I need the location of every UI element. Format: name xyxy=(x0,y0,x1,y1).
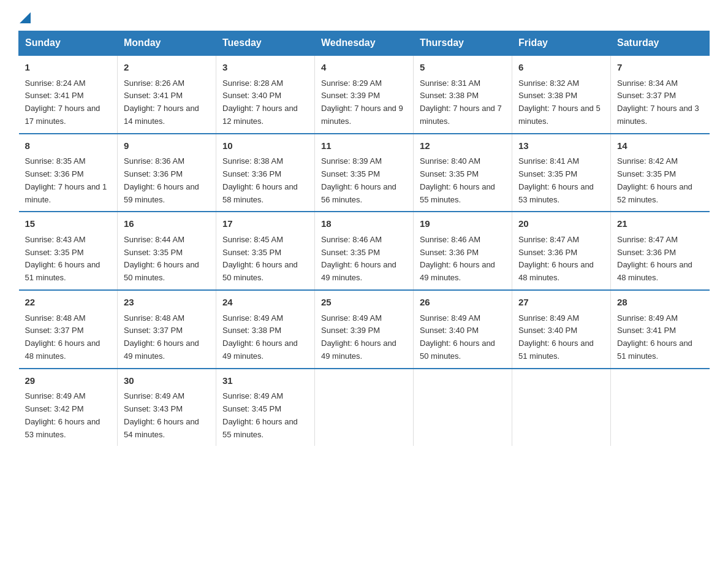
calendar-cell: 24 Sunrise: 8:49 AMSunset: 3:38 PMDaylig… xyxy=(216,290,315,369)
calendar-cell xyxy=(315,369,414,446)
calendar-cell: 12 Sunrise: 8:40 AMSunset: 3:35 PMDaylig… xyxy=(414,134,512,212)
day-info: Sunrise: 8:41 AMSunset: 3:35 PMDaylight:… xyxy=(518,156,594,204)
day-info: Sunrise: 8:48 AMSunset: 3:37 PMDaylight:… xyxy=(124,313,199,361)
day-number: 11 xyxy=(321,139,407,153)
weekday-header-friday: Friday xyxy=(512,31,611,56)
calendar-cell: 22 Sunrise: 8:48 AMSunset: 3:37 PMDaylig… xyxy=(19,290,118,369)
calendar-cell: 13 Sunrise: 8:41 AMSunset: 3:35 PMDaylig… xyxy=(512,134,611,212)
day-number: 28 xyxy=(617,296,703,310)
calendar-cell: 15 Sunrise: 8:43 AMSunset: 3:35 PMDaylig… xyxy=(19,212,118,290)
day-number: 2 xyxy=(124,61,210,75)
day-info: Sunrise: 8:32 AMSunset: 3:38 PMDaylight:… xyxy=(518,79,601,126)
day-number: 1 xyxy=(25,61,112,75)
calendar-cell: 10 Sunrise: 8:38 AMSunset: 3:36 PMDaylig… xyxy=(216,134,315,212)
calendar-cell: 30 Sunrise: 8:49 AMSunset: 3:43 PMDaylig… xyxy=(118,369,216,446)
calendar-cell xyxy=(611,369,710,446)
day-info: Sunrise: 8:49 AMSunset: 3:43 PMDaylight:… xyxy=(124,391,199,439)
day-info: Sunrise: 8:36 AMSunset: 3:36 PMDaylight:… xyxy=(124,156,199,204)
weekday-header-wednesday: Wednesday xyxy=(315,31,414,56)
day-number: 22 xyxy=(25,296,112,310)
day-info: Sunrise: 8:39 AMSunset: 3:35 PMDaylight:… xyxy=(321,156,396,204)
calendar-cell: 21 Sunrise: 8:47 AMSunset: 3:36 PMDaylig… xyxy=(611,212,710,290)
day-info: Sunrise: 8:35 AMSunset: 3:36 PMDaylight:… xyxy=(25,156,107,204)
day-info: Sunrise: 8:45 AMSunset: 3:35 PMDaylight:… xyxy=(222,235,298,282)
page-header xyxy=(18,12,710,21)
calendar-cell xyxy=(414,369,512,446)
calendar-cell: 2 Sunrise: 8:26 AMSunset: 3:41 PMDayligh… xyxy=(118,55,216,134)
day-number: 21 xyxy=(617,217,703,231)
day-number: 26 xyxy=(420,296,506,310)
calendar-cell: 1 Sunrise: 8:24 AMSunset: 3:41 PMDayligh… xyxy=(19,55,118,134)
day-number: 23 xyxy=(124,296,210,310)
day-number: 16 xyxy=(124,217,210,231)
calendar-cell: 11 Sunrise: 8:39 AMSunset: 3:35 PMDaylig… xyxy=(315,134,414,212)
calendar-cell: 19 Sunrise: 8:46 AMSunset: 3:36 PMDaylig… xyxy=(414,212,512,290)
calendar-cell: 26 Sunrise: 8:49 AMSunset: 3:40 PMDaylig… xyxy=(414,290,512,369)
calendar-cell: 25 Sunrise: 8:49 AMSunset: 3:39 PMDaylig… xyxy=(315,290,414,369)
day-number: 7 xyxy=(617,61,703,75)
day-number: 9 xyxy=(124,139,210,153)
calendar-cell: 4 Sunrise: 8:29 AMSunset: 3:39 PMDayligh… xyxy=(315,55,414,134)
day-number: 6 xyxy=(518,61,604,75)
day-number: 8 xyxy=(25,139,112,153)
day-info: Sunrise: 8:49 AMSunset: 3:41 PMDaylight:… xyxy=(617,313,692,361)
logo-triangle-icon xyxy=(20,12,31,23)
day-info: Sunrise: 8:49 AMSunset: 3:45 PMDaylight:… xyxy=(222,391,298,439)
day-number: 18 xyxy=(321,217,407,231)
day-info: Sunrise: 8:26 AMSunset: 3:41 PMDaylight:… xyxy=(124,79,199,126)
calendar-week-row: 29 Sunrise: 8:49 AMSunset: 3:42 PMDaylig… xyxy=(19,369,710,446)
day-number: 3 xyxy=(222,61,308,75)
day-info: Sunrise: 8:24 AMSunset: 3:41 PMDaylight:… xyxy=(25,79,100,126)
day-number: 14 xyxy=(617,139,703,153)
weekday-header-sunday: Sunday xyxy=(19,31,118,56)
day-info: Sunrise: 8:34 AMSunset: 3:37 PMDaylight:… xyxy=(617,79,699,126)
calendar-cell: 7 Sunrise: 8:34 AMSunset: 3:37 PMDayligh… xyxy=(611,55,710,134)
day-info: Sunrise: 8:49 AMSunset: 3:40 PMDaylight:… xyxy=(518,313,594,361)
day-number: 30 xyxy=(124,374,210,388)
calendar-cell: 9 Sunrise: 8:36 AMSunset: 3:36 PMDayligh… xyxy=(118,134,216,212)
day-number: 20 xyxy=(518,217,604,231)
day-info: Sunrise: 8:49 AMSunset: 3:39 PMDaylight:… xyxy=(321,313,396,361)
day-number: 29 xyxy=(25,374,112,388)
day-number: 17 xyxy=(222,217,308,231)
calendar-week-row: 8 Sunrise: 8:35 AMSunset: 3:36 PMDayligh… xyxy=(19,134,710,212)
weekday-header-monday: Monday xyxy=(118,31,216,56)
logo xyxy=(18,12,31,21)
calendar-cell: 17 Sunrise: 8:45 AMSunset: 3:35 PMDaylig… xyxy=(216,212,315,290)
day-number: 31 xyxy=(222,374,308,388)
calendar-cell xyxy=(512,369,611,446)
calendar-cell: 20 Sunrise: 8:47 AMSunset: 3:36 PMDaylig… xyxy=(512,212,611,290)
day-number: 13 xyxy=(518,139,604,153)
day-info: Sunrise: 8:28 AMSunset: 3:40 PMDaylight:… xyxy=(222,79,298,126)
day-info: Sunrise: 8:49 AMSunset: 3:38 PMDaylight:… xyxy=(222,313,298,361)
calendar-cell: 18 Sunrise: 8:46 AMSunset: 3:35 PMDaylig… xyxy=(315,212,414,290)
day-number: 24 xyxy=(222,296,308,310)
day-number: 10 xyxy=(222,139,308,153)
weekday-header-row: SundayMondayTuesdayWednesdayThursdayFrid… xyxy=(19,31,710,56)
day-number: 5 xyxy=(420,61,506,75)
day-info: Sunrise: 8:46 AMSunset: 3:36 PMDaylight:… xyxy=(420,235,495,282)
calendar-cell: 16 Sunrise: 8:44 AMSunset: 3:35 PMDaylig… xyxy=(118,212,216,290)
day-info: Sunrise: 8:46 AMSunset: 3:35 PMDaylight:… xyxy=(321,235,396,282)
day-info: Sunrise: 8:31 AMSunset: 3:38 PMDaylight:… xyxy=(420,79,502,126)
calendar-week-row: 22 Sunrise: 8:48 AMSunset: 3:37 PMDaylig… xyxy=(19,290,710,369)
day-info: Sunrise: 8:49 AMSunset: 3:40 PMDaylight:… xyxy=(420,313,495,361)
calendar-cell: 27 Sunrise: 8:49 AMSunset: 3:40 PMDaylig… xyxy=(512,290,611,369)
day-number: 12 xyxy=(420,139,506,153)
calendar-table: SundayMondayTuesdayWednesdayThursdayFrid… xyxy=(18,31,710,446)
calendar-cell: 31 Sunrise: 8:49 AMSunset: 3:45 PMDaylig… xyxy=(216,369,315,446)
calendar-cell: 14 Sunrise: 8:42 AMSunset: 3:35 PMDaylig… xyxy=(611,134,710,212)
day-info: Sunrise: 8:48 AMSunset: 3:37 PMDaylight:… xyxy=(25,313,100,361)
day-info: Sunrise: 8:42 AMSunset: 3:35 PMDaylight:… xyxy=(617,156,692,204)
weekday-header-saturday: Saturday xyxy=(611,31,710,56)
day-number: 19 xyxy=(420,217,506,231)
calendar-cell: 5 Sunrise: 8:31 AMSunset: 3:38 PMDayligh… xyxy=(414,55,512,134)
calendar-cell: 3 Sunrise: 8:28 AMSunset: 3:40 PMDayligh… xyxy=(216,55,315,134)
calendar-week-row: 1 Sunrise: 8:24 AMSunset: 3:41 PMDayligh… xyxy=(19,55,710,134)
day-info: Sunrise: 8:38 AMSunset: 3:36 PMDaylight:… xyxy=(222,156,298,204)
weekday-header-tuesday: Tuesday xyxy=(216,31,315,56)
day-number: 25 xyxy=(321,296,407,310)
calendar-cell: 28 Sunrise: 8:49 AMSunset: 3:41 PMDaylig… xyxy=(611,290,710,369)
day-info: Sunrise: 8:47 AMSunset: 3:36 PMDaylight:… xyxy=(617,235,692,282)
calendar-cell: 8 Sunrise: 8:35 AMSunset: 3:36 PMDayligh… xyxy=(19,134,118,212)
